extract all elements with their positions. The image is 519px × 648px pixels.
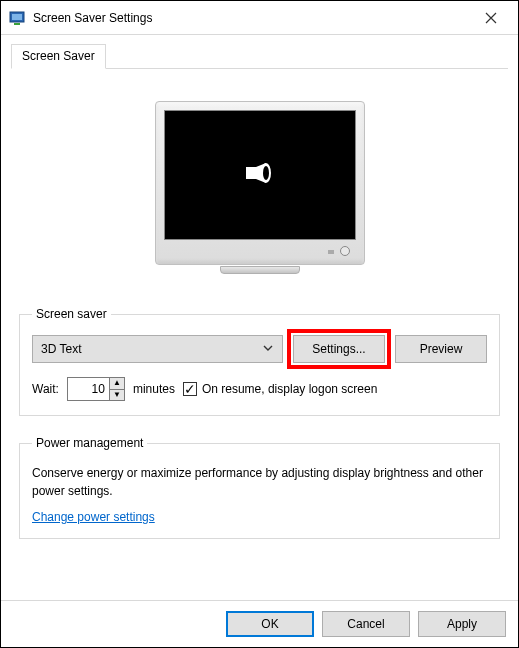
change-power-settings-link[interactable]: Change power settings xyxy=(32,510,155,524)
app-icon xyxy=(9,10,25,26)
monitor-knob xyxy=(340,246,350,256)
screensaver-group: Screen saver 3D Text Settings... Preview… xyxy=(19,307,500,416)
tab-screen-saver[interactable]: Screen Saver xyxy=(11,44,106,69)
window-title: Screen Saver Settings xyxy=(33,11,468,25)
title-bar: Screen Saver Settings xyxy=(1,1,518,35)
monitor-base xyxy=(220,266,300,274)
chevron-down-icon xyxy=(262,342,274,357)
svg-rect-2 xyxy=(14,23,20,25)
preview-area xyxy=(19,79,500,287)
tab-strip: Screen Saver xyxy=(11,43,508,69)
dialog-footer: OK Cancel Apply xyxy=(1,600,518,647)
spinner-up-icon[interactable]: ▲ xyxy=(109,377,125,390)
svg-rect-3 xyxy=(246,167,256,179)
spinner-down-icon[interactable]: ▼ xyxy=(109,390,125,402)
wait-input[interactable] xyxy=(67,377,109,401)
apply-button[interactable]: Apply xyxy=(418,611,506,637)
power-text: Conserve energy or maximize performance … xyxy=(32,464,487,500)
close-button[interactable] xyxy=(468,3,514,33)
monitor-icon xyxy=(155,101,365,265)
svg-rect-1 xyxy=(12,14,22,20)
tab-content: Screen saver 3D Text Settings... Preview… xyxy=(1,69,518,539)
cancel-button[interactable]: Cancel xyxy=(322,611,410,637)
settings-button[interactable]: Settings... xyxy=(293,335,385,363)
screensaver-legend: Screen saver xyxy=(32,307,111,321)
power-management-group: Power management Conserve energy or maxi… xyxy=(19,436,500,539)
power-legend: Power management xyxy=(32,436,147,450)
checkbox-label: On resume, display logon screen xyxy=(202,382,377,396)
dropdown-value: 3D Text xyxy=(41,342,81,356)
wait-unit: minutes xyxy=(133,382,175,396)
preview-glyph xyxy=(246,163,274,188)
wait-spinner[interactable]: ▲ ▼ xyxy=(67,377,125,401)
screensaver-dropdown[interactable]: 3D Text xyxy=(32,335,283,363)
monitor-indicator xyxy=(328,250,334,254)
ok-button[interactable]: OK xyxy=(226,611,314,637)
preview-button[interactable]: Preview xyxy=(395,335,487,363)
svg-point-6 xyxy=(263,166,269,180)
monitor-screen xyxy=(164,110,356,240)
wait-label: Wait: xyxy=(32,382,59,396)
on-resume-checkbox[interactable]: ✓ On resume, display logon screen xyxy=(183,382,377,396)
checkbox-box: ✓ xyxy=(183,382,197,396)
